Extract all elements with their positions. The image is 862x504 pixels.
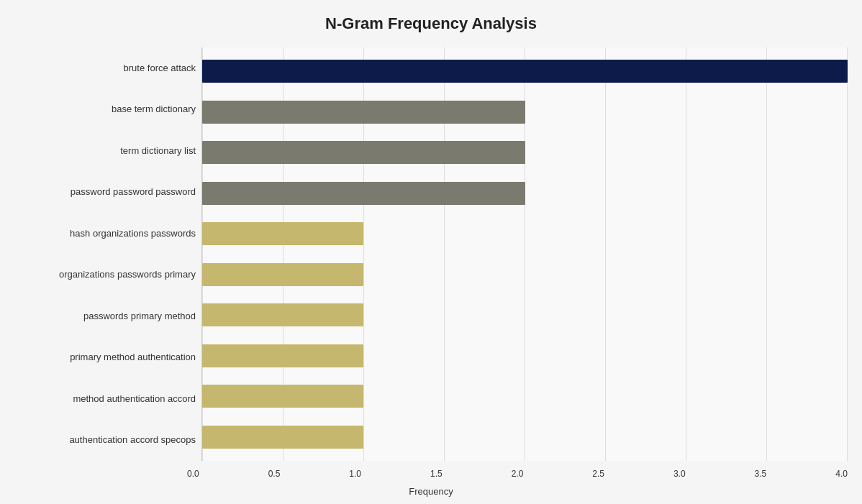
bar-row bbox=[202, 219, 848, 249]
bar bbox=[202, 263, 363, 286]
bar bbox=[202, 303, 363, 326]
x-tick: 2.0 bbox=[512, 469, 524, 479]
bar-row bbox=[202, 97, 848, 127]
x-tick: 0.5 bbox=[268, 469, 281, 479]
x-tick: 3.5 bbox=[755, 469, 767, 479]
x-tick: 1.0 bbox=[349, 469, 361, 479]
y-label: password password password bbox=[71, 186, 196, 198]
bar bbox=[202, 101, 525, 124]
chart-area: brute force attackbase term dictionaryte… bbox=[14, 47, 848, 461]
x-tick: 4.0 bbox=[835, 469, 848, 479]
bar bbox=[202, 182, 525, 205]
y-label: passwords primary method bbox=[83, 311, 196, 322]
y-label: organizations passwords primary bbox=[59, 269, 196, 280]
y-label: base term dictionary bbox=[112, 104, 196, 115]
bar-row bbox=[202, 381, 848, 411]
x-tick: 0.0 bbox=[187, 469, 199, 479]
x-tick: 2.5 bbox=[592, 469, 604, 479]
bar-row bbox=[202, 260, 848, 290]
bar bbox=[202, 385, 363, 408]
bar-row bbox=[202, 300, 848, 330]
x-axis: 0.00.51.01.52.02.53.03.54.0 bbox=[187, 469, 848, 479]
x-axis-label: Frequency bbox=[409, 486, 453, 497]
bar-row bbox=[202, 137, 848, 168]
y-label: term dictionary list bbox=[120, 145, 196, 157]
x-tick: 3.0 bbox=[673, 469, 686, 479]
y-label: method authentication accord bbox=[73, 393, 196, 405]
y-label: hash organizations passwords bbox=[70, 228, 196, 239]
x-tick: 1.5 bbox=[430, 469, 443, 479]
bar-row bbox=[202, 341, 848, 371]
bar bbox=[202, 60, 848, 83]
bar-row bbox=[202, 56, 848, 86]
y-label: brute force attack bbox=[124, 63, 196, 74]
chart-title: N-Gram Frequency Analysis bbox=[325, 14, 537, 33]
y-label: authentication accord specops bbox=[69, 434, 196, 446]
bar bbox=[202, 141, 525, 164]
y-label: primary method authentication bbox=[70, 352, 196, 363]
bar bbox=[202, 222, 363, 245]
y-axis-labels: brute force attackbase term dictionaryte… bbox=[14, 47, 201, 461]
bar bbox=[202, 426, 363, 449]
bar bbox=[202, 344, 363, 367]
bar-row bbox=[202, 178, 848, 209]
bars-wrapper bbox=[202, 47, 848, 461]
bars-and-grid bbox=[201, 47, 848, 461]
bar-row bbox=[202, 422, 848, 452]
chart-container: N-Gram Frequency Analysis brute force at… bbox=[0, 0, 862, 504]
